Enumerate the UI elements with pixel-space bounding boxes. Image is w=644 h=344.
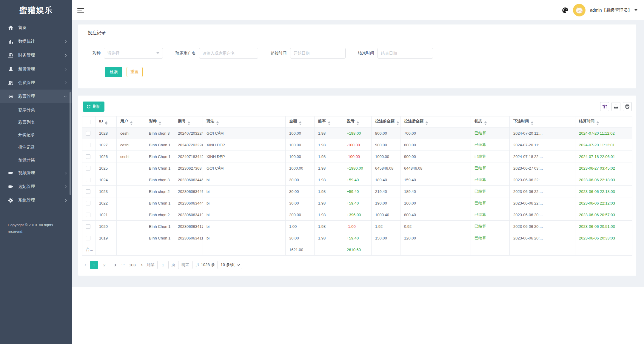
row-select-cell [82, 221, 95, 232]
cell-id: 1023 [95, 186, 117, 197]
sidebar-item-supervisor[interactable]: 超管管理 [0, 62, 72, 76]
cell-play: bi [203, 221, 286, 232]
cell-user: ceshi [117, 151, 145, 162]
row-checkbox[interactable] [86, 154, 90, 159]
lottery-icon [8, 93, 14, 99]
column-header-settle_time[interactable]: 结算时间 [575, 116, 632, 128]
row-checkbox[interactable] [86, 213, 90, 217]
sidebar-item-finance[interactable]: 财务管理 [0, 48, 72, 62]
sidebar-subitem-draw-records[interactable]: 开奖记录 [0, 128, 72, 141]
column-header-play[interactable]: 玩法 [203, 116, 286, 128]
column-header-bet_time[interactable]: 下注时间 [510, 116, 575, 128]
sidebar-item-label: 系统管理 [18, 198, 64, 203]
admin-dropdown[interactable]: admin【超级管理员】 [590, 7, 637, 13]
row-checkbox[interactable] [86, 178, 90, 182]
start-date-input[interactable] [290, 48, 346, 59]
cell-period: 202306063444 [174, 197, 203, 209]
theme-palette-icon[interactable] [562, 7, 568, 14]
page-button-3[interactable]: 3 [111, 261, 119, 269]
row-checkbox[interactable] [86, 201, 90, 205]
sidebar-item-video[interactable]: 视频管理 [0, 166, 72, 180]
sort-icon[interactable] [299, 121, 301, 125]
column-header-before_amount[interactable]: 投注前金额 [372, 116, 400, 128]
sidebar-menu: 首页数据统计财务管理超管管理会员管理彩票管理彩票分类彩票列表开奖记录投注记录预设… [0, 21, 72, 207]
sidebar-subitem-preset-draw[interactable]: 预设开奖 [0, 153, 72, 166]
row-checkbox[interactable] [86, 189, 90, 194]
stats-icon [8, 39, 14, 44]
total-empty-cell [575, 244, 632, 256]
column-header-user[interactable]: 用户 [117, 116, 145, 128]
sidebar-subitem-lottery-list[interactable]: 彩票列表 [0, 116, 72, 128]
sort-icon[interactable] [105, 121, 107, 125]
sidebar-scrollbar[interactable] [70, 92, 71, 195]
sidebar-subitem-lottery-category[interactable]: 彩票分类 [0, 103, 72, 116]
cell-settle_time: 2023-06-06 20:57:03 [575, 209, 632, 221]
cell-before_amount: 150.00 [372, 232, 400, 244]
columns-filter-button[interactable] [600, 102, 609, 111]
page-prev-icon[interactable]: ‹ [83, 262, 87, 268]
sort-icon[interactable] [484, 121, 487, 125]
column-header-lottery[interactable]: 彩种 [145, 116, 174, 128]
row-checkbox[interactable] [86, 236, 90, 240]
sidebar-subitem-bet-records[interactable]: 投注记录 [0, 141, 72, 153]
cell-before_amount: 190.00 [372, 197, 400, 209]
goto-confirm-button[interactable]: 确定 [178, 261, 192, 269]
sort-icon[interactable] [216, 121, 219, 125]
sort-icon[interactable] [426, 121, 428, 125]
sort-icon[interactable] [357, 121, 359, 125]
sidebar-item-label: 超管管理 [18, 66, 64, 72]
page-button-103[interactable]: 103 [127, 261, 137, 269]
total-empty-cell [203, 244, 286, 256]
page-button-2[interactable]: 2 [101, 261, 108, 269]
end-date-input[interactable] [378, 48, 433, 59]
sidebar-item-members[interactable]: 会员管理 [0, 76, 72, 90]
export-button[interactable] [611, 102, 620, 111]
page-next-icon[interactable]: › [140, 262, 144, 268]
cell-amount: 30.00 [286, 197, 315, 209]
column-header-amount[interactable]: 金额 [286, 116, 315, 128]
sort-icon[interactable] [130, 121, 133, 125]
select-all-checkbox[interactable] [86, 120, 90, 124]
goto-page-input[interactable] [157, 261, 169, 269]
sort-icon[interactable] [188, 121, 190, 125]
cell-amount: 30.00 [286, 174, 315, 186]
row-select-cell [82, 186, 95, 197]
lottery-select[interactable]: 请选择 [104, 48, 163, 59]
sort-icon[interactable] [159, 121, 161, 125]
column-header-status[interactable]: 状态 [471, 116, 510, 128]
cell-amount: 1000.00 [286, 162, 315, 174]
row-checkbox[interactable] [86, 131, 90, 136]
column-header-id[interactable]: ID [95, 116, 117, 128]
sidebar-item-concubine[interactable]: 选妃管理 [0, 180, 72, 194]
column-header-profit[interactable]: 盈亏 [343, 116, 372, 128]
row-checkbox[interactable] [86, 166, 90, 171]
sort-icon[interactable] [597, 121, 599, 125]
page-size-select[interactable]: 10 条/页 [218, 261, 242, 269]
sort-icon[interactable] [328, 121, 330, 125]
column-header-after_amount[interactable]: 投注后金额 [400, 116, 471, 128]
sort-icon[interactable] [397, 121, 399, 125]
column-header-period[interactable]: 期号 [174, 116, 203, 128]
total-empty-cell [95, 244, 117, 256]
refresh-button[interactable]: 刷新 [83, 102, 104, 112]
sidebar-item-system[interactable]: 系统管理 [0, 194, 72, 207]
column-header-odds[interactable]: 赔率 [315, 116, 343, 128]
username-input[interactable] [199, 48, 258, 59]
cell-profit: +198.00 [343, 128, 372, 139]
search-button[interactable]: 检索 [105, 67, 122, 77]
print-button[interactable] [623, 102, 632, 111]
main-content: 投注记录 彩种 请选择 玩家用户名 起始时间 结束时间 [72, 20, 644, 287]
reset-button[interactable]: 重置 [127, 67, 143, 77]
row-checkbox[interactable] [86, 224, 90, 229]
sidebar-item-home[interactable]: 首页 [0, 21, 72, 35]
user-avatar[interactable] [573, 4, 586, 16]
menu-toggle-icon[interactable] [77, 7, 84, 14]
page-button-1[interactable]: 1 [90, 261, 98, 269]
sidebar-item-stats[interactable]: 数据统计 [0, 35, 72, 48]
cell-period: 202306063419 [174, 209, 203, 221]
sidebar-item-lottery[interactable]: 彩票管理 [0, 90, 72, 103]
cell-settle_time: 2024-07-20 11:12:01 [575, 139, 632, 151]
row-checkbox[interactable] [86, 143, 90, 147]
sort-icon[interactable] [531, 121, 533, 125]
chevron-right-icon [64, 54, 67, 57]
